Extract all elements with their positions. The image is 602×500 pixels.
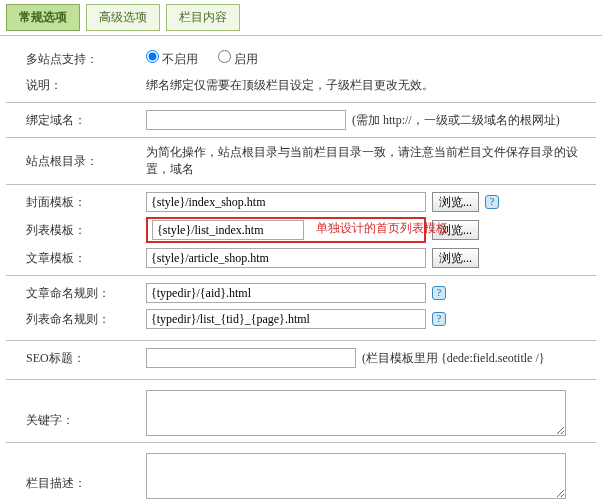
label-multisite: 多站点支持： [6,51,146,68]
listrule-input[interactable] [146,309,426,329]
help-icon[interactable]: ? [432,286,446,300]
bind-hint: (需加 http://，一级或二级域名的根网址) [352,112,560,129]
radio-disable[interactable]: 不启用 [146,50,198,68]
label-seotitle: SEO标题： [6,350,146,367]
browse-article-button[interactable]: 浏览... [432,248,479,268]
label-cover: 封面模板： [6,194,146,211]
artrule-input[interactable] [146,283,426,303]
article-input[interactable] [146,248,426,268]
list-note: 单独设计的首页列表模板 [316,220,448,237]
tab-content[interactable]: 栏目内容 [166,4,240,31]
list-input[interactable] [152,220,304,240]
radio-enable[interactable]: 启用 [218,50,258,68]
highlighted-list-template: 单独设计的首页列表模板 [146,217,426,243]
browse-list-button[interactable]: 浏览... [432,220,479,240]
label-article: 文章模板： [6,250,146,267]
seotitle-input[interactable] [146,348,356,368]
label-listrule: 列表命名规则： [6,311,146,328]
desc-text: 绑名绑定仅需要在顶级栏目设定，子级栏目更改无效。 [146,74,596,96]
label-list: 列表模板： [6,222,146,239]
tab-advanced[interactable]: 高级选项 [86,4,160,31]
bind-domain-input[interactable] [146,110,346,130]
help-icon[interactable]: ? [485,195,499,209]
keywords-input[interactable] [146,390,566,436]
label-artrule: 文章命名规则： [6,285,146,302]
label-bind: 绑定域名： [6,112,146,129]
catdesc-input[interactable] [146,453,566,499]
label-catdesc: 栏目描述： [6,453,146,492]
browse-cover-button[interactable]: 浏览... [432,192,479,212]
cover-input[interactable] [146,192,426,212]
help-icon[interactable]: ? [432,312,446,326]
label-root: 站点根目录： [6,153,146,170]
seo-hint: (栏目模板里用 {dede:field.seotitle /} [362,350,544,367]
label-desc: 说明： [6,77,146,94]
tab-general[interactable]: 常规选项 [6,4,80,31]
label-keywords: 关键字： [6,390,146,429]
root-hint: 为简化操作，站点根目录与当前栏目目录一致，请注意当前栏目文件保存目录的设置，域名 [146,144,596,178]
